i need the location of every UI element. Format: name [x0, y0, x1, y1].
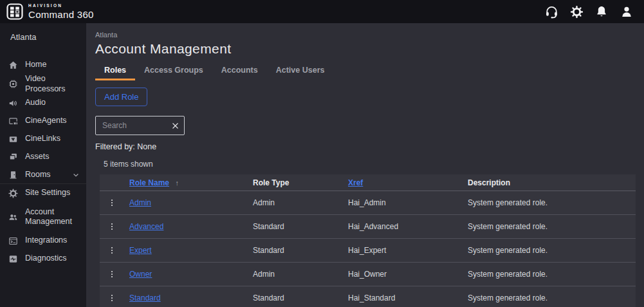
terminal-icon: [8, 236, 19, 247]
table-row: Standard Standard Hai_Standard System ge…: [100, 286, 636, 307]
support-headset-icon[interactable]: [543, 3, 560, 20]
chevron-down-icon[interactable]: [72, 171, 80, 179]
home-icon: [8, 60, 19, 71]
role-name-link[interactable]: Admin: [129, 198, 151, 207]
sidebar-item-video-processors[interactable]: Video Processors: [0, 74, 86, 94]
door-icon: [8, 169, 19, 180]
topbar: HAIVISION Command 360: [0, 0, 644, 23]
roles-table: Role Name ↑ Role Type Xref Description A…: [100, 174, 636, 307]
add-role-button[interactable]: Add Role: [95, 88, 147, 106]
table-row: Admin Admin Hai_Admin System generated r…: [100, 191, 636, 215]
main-content: Atlanta Account Management Roles Access …: [86, 23, 644, 307]
people-icon: [8, 212, 19, 223]
column-role-name[interactable]: Role Name: [129, 178, 169, 187]
role-name-link[interactable]: Owner: [129, 270, 152, 279]
sidebar-nav: Home Video Processors Audio: [0, 48, 86, 268]
stacked-assets-icon: [8, 152, 19, 163]
settings-gear-icon[interactable]: [568, 3, 585, 20]
role-name-link[interactable]: Standard: [129, 293, 161, 302]
table-row: Expert Standard Hai_Expert System genera…: [100, 239, 636, 263]
sidebar-item-cineagents[interactable]: CineAgents: [0, 112, 86, 130]
role-type-cell: Admin: [253, 270, 348, 279]
description-cell: System generated role.: [468, 270, 636, 279]
row-menu-kebab-icon[interactable]: [106, 268, 118, 281]
sort-ascending-icon: ↑: [175, 179, 179, 187]
sidebar-item-cinelinks[interactable]: CineLinks: [0, 130, 86, 148]
row-menu-kebab-icon[interactable]: [106, 244, 118, 257]
brand-small-text: HAIVISION: [28, 4, 94, 8]
haivision-logo-icon: [6, 3, 23, 20]
role-type-cell: Admin: [253, 198, 348, 207]
speaker-icon: [8, 98, 19, 109]
description-cell: System generated role.: [468, 198, 636, 207]
xref-cell: Hai_Advanced: [348, 222, 468, 231]
filtered-by-label: Filtered by: None: [95, 142, 644, 151]
clear-search-icon[interactable]: [170, 120, 180, 131]
sidebar-item-audio[interactable]: Audio: [0, 94, 86, 112]
gear-icon: [8, 188, 19, 199]
sidebar-item-site-settings[interactable]: Site Settings: [0, 184, 86, 202]
row-menu-kebab-icon[interactable]: [106, 220, 118, 233]
tab-access-groups[interactable]: Access Groups: [135, 62, 212, 80]
role-name-link[interactable]: Expert: [129, 246, 152, 255]
brand-name-text: Command 360: [28, 10, 94, 19]
description-cell: System generated role.: [468, 222, 636, 231]
pulse-chart-icon: [8, 254, 19, 265]
notifications-bell-icon[interactable]: [593, 3, 610, 20]
xref-cell: Hai_Expert: [348, 246, 468, 255]
account-person-icon[interactable]: [618, 3, 635, 20]
description-cell: System generated role.: [468, 246, 636, 255]
role-type-cell: Standard: [253, 293, 348, 302]
chip-icon: [8, 79, 19, 89]
sidebar-item-integrations[interactable]: Integrations: [0, 232, 86, 250]
row-menu-kebab-icon[interactable]: [106, 196, 118, 209]
sidebar-site-label: Atlanta: [0, 23, 86, 48]
sidebar-item-account-management[interactable]: Account Management: [0, 202, 86, 232]
column-role-type: Role Type: [253, 178, 348, 187]
table-row: Advanced Standard Hai_Advanced System ge…: [100, 215, 636, 239]
sidebar-item-rooms[interactable]: Rooms: [0, 166, 86, 184]
page-title: Account Management: [95, 41, 644, 57]
topbar-icons: [543, 3, 635, 20]
brand: HAIVISION Command 360: [6, 3, 94, 20]
sidebar-item-home[interactable]: Home: [0, 56, 86, 74]
sidebar-item-diagnostics[interactable]: Diagnostics: [0, 250, 86, 268]
tab-active-users[interactable]: Active Users: [267, 62, 334, 80]
table-row: Owner Admin Hai_Owner System generated r…: [100, 263, 636, 286]
column-description: Description: [468, 178, 636, 187]
role-type-cell: Standard: [253, 246, 348, 255]
table-header-row: Role Name ↑ Role Type Xref Description: [100, 174, 636, 191]
items-shown-label: 5 items shown: [104, 160, 644, 169]
ethernet-port-icon: [8, 134, 19, 145]
sidebar: Atlanta Home Video Processors: [0, 23, 86, 307]
tab-roles[interactable]: Roles: [95, 62, 135, 80]
xref-cell: Hai_Standard: [348, 293, 468, 302]
window-agents-icon: [8, 116, 19, 127]
role-name-link[interactable]: Advanced: [129, 222, 163, 231]
xref-cell: Hai_Owner: [348, 270, 468, 279]
description-cell: System generated role.: [468, 293, 636, 302]
row-menu-kebab-icon[interactable]: [106, 292, 118, 304]
tab-bar: Roles Access Groups Accounts Active User…: [95, 62, 644, 80]
breadcrumb: Atlanta: [95, 31, 644, 39]
tab-accounts[interactable]: Accounts: [212, 62, 267, 80]
xref-cell: Hai_Admin: [348, 198, 468, 207]
search-box: [95, 116, 185, 135]
role-type-cell: Standard: [253, 222, 348, 231]
column-xref[interactable]: Xref: [348, 178, 363, 187]
sidebar-item-assets[interactable]: Assets: [0, 148, 86, 166]
